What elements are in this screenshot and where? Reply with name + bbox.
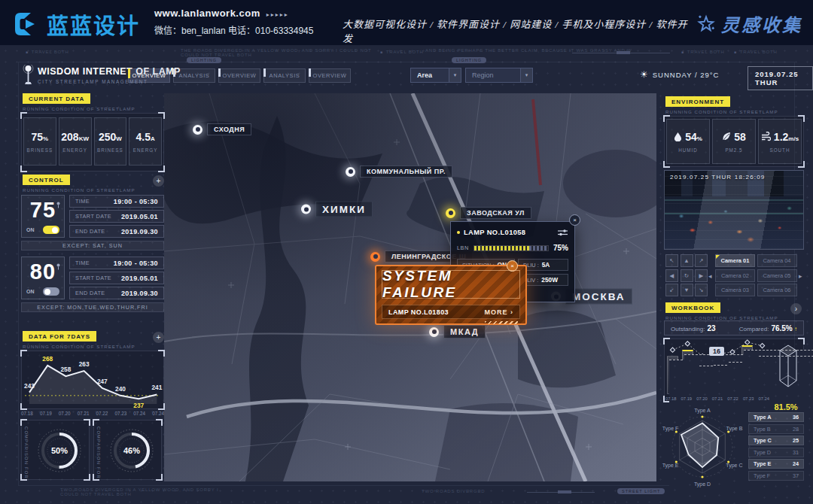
legend-type-c[interactable]: Type C25 [748,436,804,445]
deco-bottom-2: TWO ROADS DIVERGED [422,489,485,493]
contact-line: 微信：ben_lanlan 电话：010-63334945 [154,23,313,36]
camera-02-button[interactable]: Camera 02 [715,269,755,282]
end-date-row[interactable]: END DATE2019.09.30 [69,287,164,299]
alert-more-button[interactable]: MORE › [485,308,514,316]
deco-slider [572,53,670,53]
stat-energy-kw: 208KWENERGY [59,117,92,165]
lamp-pin-icon[interactable] [370,252,380,262]
lamp-mini-icon [56,260,61,273]
chart-tooltip: 16 [709,347,724,356]
svg-text:Type F: Type F [662,426,678,432]
lamp-pin-icon[interactable] [346,167,355,177]
pan-down-right-button[interactable]: ↘ [695,284,708,296]
x-tick: 07.22 [727,396,738,401]
panel-subtitle-workbook: RUNNING CONDITION OF STREETLAMP [665,315,778,320]
tab-analysis-1[interactable]: ANALYSIS [173,68,215,83]
legend-type-e[interactable]: Type E24 [748,459,804,469]
weather-widget: ☀ SUNNDAY / 29°C [640,69,720,80]
x-tick: 07.19 [681,396,693,401]
workbook-next-button[interactable]: › [790,303,802,314]
sliders-icon[interactable] [557,229,568,236]
brightness-row: LBN 75% [457,244,568,252]
schedule-toggle-1[interactable] [43,226,59,234]
camera-05-button[interactable]: Camera 05 [757,269,797,282]
pan-up-right-button[interactable]: ↗ [695,254,708,267]
brand-logo[interactable]: 蓝蓝设计 [12,8,140,40]
svg-text:240: 240 [115,385,126,393]
pan-left-button[interactable]: ◀ [665,269,678,282]
star-icon [696,14,716,34]
area-select[interactable]: Area ▾ [410,68,461,83]
pan-down-left-button[interactable]: ↙ [665,284,678,296]
status-dot [457,231,460,234]
cube-percentage: 81.5% [768,402,804,411]
camera-06-button[interactable]: Camera 06 [757,284,797,296]
contact-block: www.lanlanwork.com▸▸▸▸▸ 微信：ben_lanlan 电话… [154,8,313,36]
tab-analysis-2[interactable]: ANALYSIS [263,68,306,83]
camera-01-button[interactable]: Camera 01 [715,254,755,267]
camera-04-button[interactable]: Camera 04 [757,254,797,267]
x-tick: 07.18 [665,396,677,401]
camera-feed[interactable] [664,170,804,250]
lamp-pin-icon[interactable] [429,327,439,337]
tab-overview-1[interactable]: OVERVIEW [128,68,170,83]
time-row[interactable]: TIME19:00 - 05:30 [69,257,164,269]
tab-overview-2[interactable]: OVERVIEW [218,68,260,83]
deco-chip-streetlight: STREET LIGHT [617,488,665,494]
weather-text: SUNNDAY / 29°C [653,71,720,79]
chevron-down-icon[interactable]: ▾ [449,68,461,82]
lanlan-logo-icon [12,11,41,38]
region-select[interactable]: Region ▾ [465,68,533,83]
x-tick: 07.18 [21,411,33,416]
lamp-pin-icon[interactable] [301,205,311,214]
legend-type-f[interactable]: Type F37 [748,471,804,481]
schedule-rows-1: TIME19:00 - 05:30 START DATE2019.05.01 E… [69,195,164,238]
pan-right-button[interactable]: ▶ [695,269,708,282]
camera-03-button[interactable]: Camera 03 [715,284,755,296]
brightness-bar[interactable] [473,245,549,251]
pan-up-left-button[interactable]: ↖ [665,254,678,267]
legend-type-d[interactable]: Type D31 [748,448,804,457]
control-add-button[interactable]: + [153,175,164,187]
camera-dpad: ↖ ▲ ↗ ◀ ↻ ▶ ↙ ▼ ↘ [665,254,708,296]
system-failure-alert: × SYSTEM FAILURE LAMP NO.L01803 MORE › [375,265,527,325]
lbn-label: LBN [457,244,469,251]
start-date-row[interactable]: START DATE2019.05.01 [69,272,164,284]
collect-block[interactable]: 灵感收集 [696,11,802,37]
x-tick: 07.24 [758,396,769,401]
deco-chip-lighting: LIGHTING [187,57,221,63]
up-arrow-icon: ↑ [794,326,797,332]
deco-text-1: THE ROADS DIVERGED IN A YELLOW WOOD, AND… [181,48,371,57]
stat-humidity: 54% HUMID [666,119,710,164]
x-tick: 07.20 [59,411,71,416]
pan-down-button[interactable]: ▼ [681,284,693,296]
panel-title-environment: ENVIRONMENT [665,96,730,107]
chevron-down-icon[interactable]: ▾ [520,68,532,82]
pan-up-button[interactable]: ▲ [681,254,693,267]
current-data-tiles: 75%BRINESS 208KWENERGY 250WBRINESS 4.5AE… [23,117,162,165]
schedule-toggle-2[interactable] [43,287,59,296]
popup-close-icon[interactable]: × [569,214,580,226]
panel-subtitle-control: RUNNING CONDITION OF STREETLAMP [23,187,136,193]
end-date-row[interactable]: END DATE2019.09.30 [69,225,164,238]
time-row[interactable]: TIME19:00 - 05:30 [69,195,164,208]
tab-overview-3[interactable]: OVERVIEW [309,68,351,83]
legend-type-b[interactable]: Type B28 [748,424,804,434]
camera-next-icon[interactable]: ▸ [799,272,802,280]
week-line-chart: 243268258263247240237241 [22,351,163,408]
reset-view-button[interactable]: ↻ [681,269,693,282]
alert-title: SYSTEM FAILURE [382,268,519,301]
website-link[interactable]: www.lanlanwork.com [154,8,260,19]
type-radar-chart: Type AType BType CType DType EType F [659,408,748,489]
lamp-pin-icon[interactable] [446,208,455,218]
week-expand-button[interactable]: + [153,332,164,343]
lamp-pin-icon[interactable] [193,125,202,135]
legend-type-a[interactable]: Type A36 [748,412,804,422]
schedule-rows-2: TIME19:00 - 05:30 START DATE2019.05.01 E… [69,257,164,299]
alert-lamp-id: LAMP NO.L01803 [388,308,449,316]
start-date-row[interactable]: START DATE2019.05.01 [69,210,164,223]
camera-prev-icon[interactable]: ◂ [708,272,712,280]
brand-name: 蓝蓝设计 [47,8,140,40]
on-label-1: ON [26,227,35,232]
deco-check-1: ■TRAVEL BOTH [26,50,69,54]
